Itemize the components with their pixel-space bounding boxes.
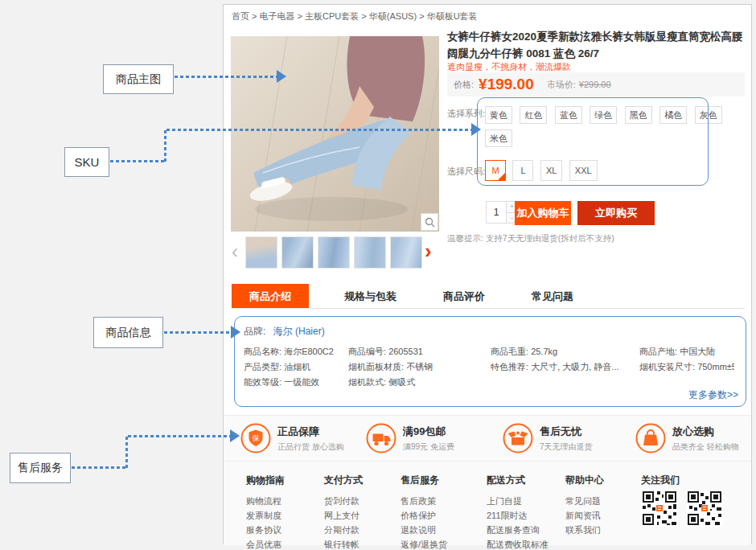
service-title: 售后无忧 — [540, 425, 593, 439]
tab-faq[interactable]: 常见问题 — [520, 284, 585, 308]
detail-tabs: 商品介绍 规格与包装 商品评价 常见问题 — [232, 284, 745, 309]
annotation-arrowhead-product-info — [231, 326, 240, 339]
gallery-next-button[interactable]: › — [425, 240, 432, 262]
gallery-prev-button[interactable]: ‹ — [232, 241, 238, 262]
site-footer: 购物指南 购物流程 发票制度 服务协议 会员优惠 支付方式 货到付款 网上支付 … — [224, 461, 751, 545]
svg-text:保: 保 — [252, 434, 260, 442]
product-main-image[interactable] — [231, 36, 439, 232]
thumbnail-5[interactable] — [390, 236, 422, 269]
service-desc: 满99元 免运费 — [403, 441, 454, 453]
footer-link[interactable]: 退款说明 — [401, 523, 447, 537]
annotation-arrow-line — [110, 160, 166, 162]
footer-link[interactable]: 上门自提 — [487, 494, 549, 508]
tab-reviews[interactable]: 商品评价 — [432, 284, 496, 308]
quantity-field-wrap — [486, 201, 507, 224]
annotation-arrowhead-main-image — [277, 70, 286, 83]
annotation-arrowhead-sku — [471, 123, 481, 136]
product-info-highlight-rect — [234, 316, 746, 407]
return-policy-notice: 温馨提示: 支持7天无理由退货(拆封后不支持) — [447, 233, 614, 244]
footer-link[interactable]: 价格保护 — [401, 508, 447, 523]
footer-col-title: 帮助中心 — [565, 474, 604, 487]
footer-col-after-sales: 售后服务 售后政策 价格保护 退款说明 返修/退换货 取消订单 — [401, 474, 447, 550]
annotation-after-sales-label: 售后服务 — [10, 453, 71, 483]
annotation-arrow-line — [125, 437, 128, 469]
footer-link[interactable]: 211限时达 — [487, 508, 549, 523]
service-authentic: 保 正品保障 正品行货 放心选购 — [240, 423, 344, 454]
annotation-arrow-line — [175, 76, 277, 78]
footer-link[interactable]: 购物流程 — [246, 494, 285, 508]
product-page-panel: 首页 > 电子电器 > 主板CPU套装 > 华硕(ASUS) > 华硕板U套装 — [223, 4, 752, 544]
thumbnail-strip — [245, 236, 424, 269]
service-title: 正品保障 — [277, 425, 344, 439]
footer-col-title: 配送方式 — [487, 474, 549, 487]
truck-icon — [366, 423, 396, 454]
product-title: 女裤牛仔裤女2020夏季新款泫雅长裤女韩版显瘦直筒宽松高腰阔腿九分牛仔裤 008… — [447, 29, 746, 63]
annotation-arrowhead-after-sales — [230, 429, 240, 442]
service-after-sales: 售后无忧 7天无理由退货 — [503, 423, 593, 454]
price-band: 价格: ¥199.00 市场价: ¥299.00 — [447, 72, 745, 96]
annotation-product-info-label: 商品信息 — [93, 317, 163, 348]
service-title: 放心选购 — [672, 425, 739, 439]
footer-link[interactable]: 分期付款 — [324, 523, 363, 537]
gift-icon — [503, 423, 533, 454]
qr-code-1 — [641, 490, 678, 527]
breadcrumb[interactable]: 首页 > 电子电器 > 主板CPU套装 > 华硕(ASUS) > 华硕板U套装 — [232, 10, 478, 23]
footer-link[interactable]: 发票制度 — [246, 508, 285, 523]
annotation-main-image-label: 商品主图 — [103, 64, 174, 94]
tab-spec-packaging[interactable]: 规格与包装 — [333, 284, 408, 308]
thumbnail-4[interactable] — [354, 236, 386, 269]
thumbnail-1[interactable] — [245, 236, 277, 269]
thumbnail-2[interactable] — [281, 236, 314, 269]
magnifier-icon — [425, 217, 435, 228]
price-value: ¥199.00 — [479, 76, 534, 93]
service-desc: 正品行货 放心选购 — [277, 441, 344, 453]
qr-code-2 — [686, 490, 723, 527]
footer-col-title: 支付方式 — [324, 474, 363, 487]
footer-link[interactable]: 返修/退换货 — [401, 537, 447, 550]
footer-link[interactable]: 售后政策 — [401, 494, 447, 508]
footer-link[interactable]: 货到付款 — [324, 494, 363, 508]
footer-col-help-center: 帮助中心 常见问题 新闻资讯 联系我们 — [565, 474, 604, 537]
footer-link[interactable]: 常见问题 — [565, 494, 604, 508]
footer-link[interactable]: 服务协议 — [246, 523, 285, 537]
footer-col-delivery: 配送方式 上门自提 211限时达 配送服务查询 配送费收取标准 海外配送 — [487, 474, 549, 550]
thumbnail-3[interactable] — [318, 236, 350, 269]
model-photo-illustration — [231, 36, 439, 232]
footer-link[interactable]: 网上支付 — [324, 508, 363, 523]
annotation-arrow-line — [128, 435, 231, 437]
footer-link[interactable]: 联系我们 — [565, 523, 604, 537]
footer-link[interactable]: 配送费收取标准 — [487, 537, 549, 550]
footer-col-payment: 支付方式 货到付款 网上支付 分期付款 银行转帐 — [324, 474, 363, 550]
buy-now-button[interactable]: 立即购买 — [577, 201, 655, 225]
tab-product-intro[interactable]: 商品介绍 — [232, 284, 309, 308]
notice-text: 支持7天无理由退货(拆封后不支持) — [486, 233, 614, 243]
badge-icon: 保 — [240, 423, 271, 454]
notice-label: 温馨提示: — [447, 233, 483, 243]
footer-col-title: 关注我们 — [641, 474, 680, 487]
annotation-arrow-line — [72, 466, 127, 469]
quantity-input[interactable] — [487, 202, 506, 223]
add-to-cart-button[interactable]: 加入购物车 — [515, 201, 571, 225]
price-label: 价格: — [454, 79, 474, 91]
footer-link[interactable]: 新闻资讯 — [565, 508, 604, 523]
zoom-magnifier-button[interactable] — [421, 213, 438, 231]
footer-col-shopping-guide: 购物指南 购物流程 发票制度 服务协议 会员优惠 — [246, 474, 285, 550]
annotation-arrow-line — [166, 129, 472, 131]
footer-link[interactable]: 会员优惠 — [246, 537, 285, 550]
footer-col-title: 售后服务 — [401, 474, 447, 487]
service-free-shipping: 满99包邮 满99元 免运费 — [366, 423, 454, 454]
footer-link[interactable]: 配送服务查询 — [487, 523, 549, 537]
annotation-sku-label: SKU — [64, 147, 109, 177]
selling-point: 遮肉显瘦，不挑身材，潮流爆款 — [447, 61, 571, 73]
sku-highlight-rect — [477, 97, 709, 186]
service-title: 满99包邮 — [403, 425, 454, 439]
service-desc: 品类齐全 轻松购物 — [672, 441, 739, 453]
service-desc: 7天无理由退货 — [540, 441, 593, 453]
footer-col-title: 购物指南 — [246, 474, 285, 487]
service-guarantee-strip: 保 正品保障 正品行货 放心选购 满99包邮 满99元 免运费 — [224, 415, 751, 461]
service-easy-shopping: 放心选购 品类齐全 轻松购物 — [635, 423, 739, 454]
footer-link[interactable]: 银行转帐 — [324, 537, 363, 550]
annotation-arrow-line — [164, 331, 232, 334]
market-price-value: ¥299.00 — [579, 80, 611, 89]
bag-icon — [635, 423, 666, 454]
